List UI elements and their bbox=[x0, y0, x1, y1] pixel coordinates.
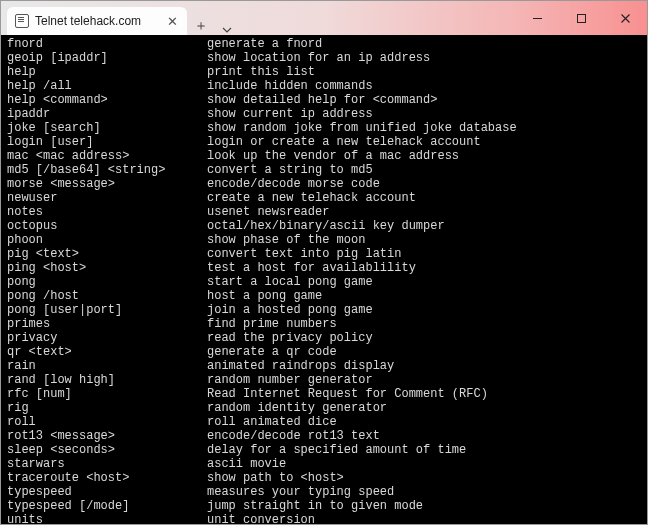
command-row: pong [user|port]join a hosted pong game bbox=[7, 303, 641, 317]
tab-title: Telnet telehack.com bbox=[35, 14, 159, 28]
command-name: starwars bbox=[7, 457, 207, 471]
command-description: start a local pong game bbox=[207, 275, 373, 289]
command-name: notes bbox=[7, 205, 207, 219]
command-name: md5 [/base64] <string> bbox=[7, 163, 207, 177]
command-description: unit conversion bbox=[207, 513, 315, 524]
close-icon bbox=[620, 13, 631, 24]
command-description: roll animated dice bbox=[207, 415, 337, 429]
command-row: sleep <seconds>delay for a specified amo… bbox=[7, 443, 641, 457]
command-row: qr <text>generate a qr code bbox=[7, 345, 641, 359]
app-window: Telnet telehack.com ✕ ＋ fnordgenerate a … bbox=[0, 0, 648, 525]
command-row: ipaddrshow current ip address bbox=[7, 107, 641, 121]
command-name: rain bbox=[7, 359, 207, 373]
command-description: look up the vendor of a mac address bbox=[207, 149, 459, 163]
command-name: rot13 <message> bbox=[7, 429, 207, 443]
window-controls bbox=[515, 1, 647, 35]
command-row: help /allinclude hidden commands bbox=[7, 79, 641, 93]
command-row: newusercreate a new telehack account bbox=[7, 191, 641, 205]
command-name: pig <text> bbox=[7, 247, 207, 261]
command-name: privacy bbox=[7, 331, 207, 345]
command-row: helpprint this list bbox=[7, 65, 641, 79]
command-row: pig <text>convert text into pig latin bbox=[7, 247, 641, 261]
command-name: roll bbox=[7, 415, 207, 429]
command-row: typespeed [/mode]jump straight in to giv… bbox=[7, 499, 641, 513]
chevron-down-icon bbox=[222, 25, 232, 35]
command-description: octal/hex/binary/ascii key dumper bbox=[207, 219, 445, 233]
command-name: pong /host bbox=[7, 289, 207, 303]
tab-close-button[interactable]: ✕ bbox=[165, 15, 179, 28]
command-description: print this list bbox=[207, 65, 315, 79]
command-name: qr <text> bbox=[7, 345, 207, 359]
command-name: ping <host> bbox=[7, 261, 207, 275]
command-row: login [user]login or create a new teleha… bbox=[7, 135, 641, 149]
command-row: typespeedmeasures your typing speed bbox=[7, 485, 641, 499]
command-name: phoon bbox=[7, 233, 207, 247]
minimize-icon bbox=[532, 13, 543, 24]
command-row: traceroute <host>show path to <host> bbox=[7, 471, 641, 485]
command-row: octopusoctal/hex/binary/ascii key dumper bbox=[7, 219, 641, 233]
command-row: fnordgenerate a fnord bbox=[7, 37, 641, 51]
command-row: rfc [num]Read Internet Request for Comme… bbox=[7, 387, 641, 401]
maximize-icon bbox=[576, 13, 587, 24]
command-row: joke [search]show random joke from unifi… bbox=[7, 121, 641, 135]
command-description: show current ip address bbox=[207, 107, 373, 121]
command-row: rainanimated raindrops display bbox=[7, 359, 641, 373]
command-name: mac <mac address> bbox=[7, 149, 207, 163]
command-name: rig bbox=[7, 401, 207, 415]
command-description: Read Internet Request for Comment (RFC) bbox=[207, 387, 488, 401]
command-row: privacyread the privacy policy bbox=[7, 331, 641, 345]
command-row: md5 [/base64] <string>convert a string t… bbox=[7, 163, 641, 177]
command-row: unitsunit conversion bbox=[7, 513, 641, 524]
command-row: rigrandom identity generator bbox=[7, 401, 641, 415]
command-row: ping <host>test a host for availablility bbox=[7, 261, 641, 275]
titlebar[interactable]: Telnet telehack.com ✕ ＋ bbox=[1, 1, 647, 35]
command-row: pong /hosthost a pong game bbox=[7, 289, 641, 303]
command-name: help /all bbox=[7, 79, 207, 93]
command-name: joke [search] bbox=[7, 121, 207, 135]
command-row: morse <message>encode/decode morse code bbox=[7, 177, 641, 191]
command-name: octopus bbox=[7, 219, 207, 233]
command-name: rfc [num] bbox=[7, 387, 207, 401]
close-window-button[interactable] bbox=[603, 1, 647, 35]
command-description: usenet newsreader bbox=[207, 205, 329, 219]
command-name: units bbox=[7, 513, 207, 524]
command-description: host a pong game bbox=[207, 289, 322, 303]
command-description: include hidden commands bbox=[207, 79, 373, 93]
command-description: join a hosted pong game bbox=[207, 303, 373, 317]
titlebar-spacer[interactable] bbox=[239, 1, 515, 35]
command-row: pongstart a local pong game bbox=[7, 275, 641, 289]
command-description: convert a string to md5 bbox=[207, 163, 373, 177]
command-row: rand [low high]random number generator bbox=[7, 373, 641, 387]
command-name: newuser bbox=[7, 191, 207, 205]
terminal-favicon-icon bbox=[15, 14, 29, 28]
command-name: rand [low high] bbox=[7, 373, 207, 387]
command-description: read the privacy policy bbox=[207, 331, 373, 345]
command-name: typespeed bbox=[7, 485, 207, 499]
minimize-button[interactable] bbox=[515, 1, 559, 35]
command-description: convert text into pig latin bbox=[207, 247, 401, 261]
command-name: traceroute <host> bbox=[7, 471, 207, 485]
command-description: ascii movie bbox=[207, 457, 286, 471]
command-description: jump straight in to given mode bbox=[207, 499, 423, 513]
command-description: random number generator bbox=[207, 373, 373, 387]
command-name: fnord bbox=[7, 37, 207, 51]
command-description: delay for a specified amount of time bbox=[207, 443, 466, 457]
command-name: pong [user|port] bbox=[7, 303, 207, 317]
command-name: morse <message> bbox=[7, 177, 207, 191]
browser-tab[interactable]: Telnet telehack.com ✕ bbox=[7, 7, 187, 35]
command-description: show path to <host> bbox=[207, 471, 344, 485]
new-tab-button[interactable]: ＋ bbox=[187, 17, 215, 35]
command-description: measures your typing speed bbox=[207, 485, 394, 499]
command-description: generate a qr code bbox=[207, 345, 337, 359]
command-row: rot13 <message>encode/decode rot13 text bbox=[7, 429, 641, 443]
terminal-output[interactable]: fnordgenerate a fnordgeoip [ipaddr]show … bbox=[1, 35, 647, 524]
command-name: primes bbox=[7, 317, 207, 331]
command-row: rollroll animated dice bbox=[7, 415, 641, 429]
command-name: ipaddr bbox=[7, 107, 207, 121]
maximize-button[interactable] bbox=[559, 1, 603, 35]
command-row: phoonshow phase of the moon bbox=[7, 233, 641, 247]
command-name: sleep <seconds> bbox=[7, 443, 207, 457]
command-row: geoip [ipaddr]show location for an ip ad… bbox=[7, 51, 641, 65]
tabs-dropdown-button[interactable] bbox=[215, 25, 239, 35]
command-name: login [user] bbox=[7, 135, 207, 149]
